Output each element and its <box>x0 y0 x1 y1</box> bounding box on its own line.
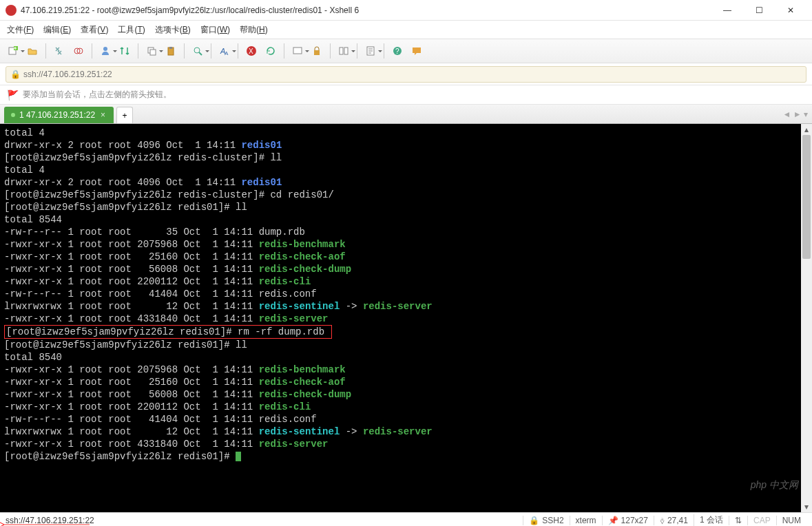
profile-button[interactable] <box>98 43 113 59</box>
paste-button[interactable] <box>163 43 178 59</box>
terminal-line: total 8544 <box>4 213 808 226</box>
toolbar: AA X ? <box>0 39 812 63</box>
terminal-line: total 4 <box>4 164 808 176</box>
terminal-line: -rw-r--r-- 1 root root 41404 Oct 1 14:11… <box>4 413 808 425</box>
terminal-line: -rwxr-xr-x 1 root root 25160 Oct 1 14:11… <box>4 251 808 263</box>
menu-帮助[interactable]: 帮助(H) <box>240 24 268 36</box>
xshell-button[interactable]: X <box>244 43 259 59</box>
add-tab-button[interactable]: + <box>116 107 133 123</box>
terminal-line: -rwxr-xr-x 1 root root 2075968 Oct 1 14:… <box>4 364 808 376</box>
app-icon <box>6 5 17 16</box>
disconnect-button[interactable] <box>71 43 86 59</box>
reconnect-button[interactable] <box>52 43 67 59</box>
script-button[interactable] <box>363 43 378 59</box>
scrollbar-thumb[interactable] <box>802 135 811 259</box>
menu-工具[interactable]: 工具(T) <box>118 24 145 36</box>
tab-nav-arrows[interactable]: ◄ ► ▾ <box>779 105 812 123</box>
address-field[interactable]: 🔒 ssh://47.106.219.251:22 <box>6 66 806 83</box>
tab-label: 1 47.106.219.251:22 <box>19 110 95 120</box>
terminal-line: -rwxr-xr-x 1 root root 2075968 Oct 1 14:… <box>4 238 808 251</box>
menu-编辑[interactable]: 编辑(E) <box>43 24 71 36</box>
terminal-line: lrwxrwxrwx 1 root root 12 Oct 1 14:11 re… <box>4 300 808 313</box>
transfer-button[interactable] <box>117 43 132 59</box>
address-text: ssh://47.106.219.251:22 <box>23 70 112 79</box>
lock-icon: 🔒 <box>10 70 21 79</box>
terminal-line: total 4 <box>4 127 808 139</box>
terminal-line: [root@izwz9ef5sjam9pvfyiz26lz redis01]# <box>4 450 808 463</box>
svg-rect-15 <box>314 50 320 55</box>
close-button[interactable]: ✕ <box>775 0 806 21</box>
screen-button[interactable] <box>290 43 305 59</box>
minimize-button[interactable]: — <box>711 0 743 21</box>
status-dot-icon <box>11 113 15 117</box>
svg-text:A: A <box>225 50 229 56</box>
terminal-line: [root@izwz9ef5sjam9pvfyiz26lz redis01]# … <box>4 325 808 339</box>
terminal-line: -rw-r--r-- 1 root root 35 Oct 1 14:11 du… <box>4 226 808 238</box>
window-title: 47.106.219.251:22 - root@izwz9ef5sjam9pv… <box>21 6 711 15</box>
terminal-line: total 8540 <box>4 351 808 364</box>
terminal-line: [root@izwz9ef5sjam9pvfyiz26lz redis01]# … <box>4 339 808 351</box>
scroll-up-icon[interactable]: ▴ <box>801 124 812 135</box>
svg-text:X: X <box>249 48 253 55</box>
font-button[interactable]: AA <box>217 43 232 59</box>
layout-button[interactable] <box>336 43 351 59</box>
help-button[interactable]: ? <box>390 43 405 59</box>
svg-rect-8 <box>169 47 172 49</box>
hint-text: 要添加当前会话，点击左侧的箭头按钮。 <box>23 89 171 101</box>
chat-button[interactable] <box>409 43 424 59</box>
lock-button[interactable] <box>309 43 324 59</box>
terminal-line: -rwxr-xr-x 1 root root 4331840 Oct 1 14:… <box>4 438 808 450</box>
maximize-button[interactable]: ☐ <box>743 0 775 21</box>
copy-button[interactable] <box>144 43 159 59</box>
hint-bar: 🚩 要添加当前会话，点击左侧的箭头按钮。 <box>0 85 812 105</box>
svg-point-9 <box>194 48 200 53</box>
terminal-pane[interactable]: total 4drwxr-xr-x 2 root root 4096 Oct 1… <box>0 124 812 512</box>
svg-point-4 <box>103 47 107 51</box>
terminal-scrollbar[interactable]: ▴ ▾ <box>801 124 812 512</box>
terminal-line: [root@izwz9ef5sjam9pvfyiz26lz redis01]# … <box>4 201 808 213</box>
open-button[interactable] <box>25 43 40 59</box>
menu-bar: 文件(F)编辑(E)查看(V)工具(T)选项卡(B)窗口(W)帮助(H) <box>0 21 812 39</box>
terminal-line: drwxr-xr-x 2 root root 4096 Oct 1 14:11 … <box>4 176 808 189</box>
terminal-line: -rwxr-xr-x 1 root root 56008 Oct 1 14:11… <box>4 263 808 275</box>
svg-rect-14 <box>293 48 302 54</box>
tab-strip: 1 47.106.219.251:22 × + ◄ ► ▾ <box>0 105 812 124</box>
title-bar: 47.106.219.251:22 - root@izwz9ef5sjam9pv… <box>0 0 812 21</box>
terminal-line: -rwxr-xr-x 1 root root 56008 Oct 1 14:11… <box>4 388 808 401</box>
flag-icon: 🚩 <box>7 90 19 101</box>
menu-查看[interactable]: 查看(V) <box>81 24 108 36</box>
menu-文件[interactable]: 文件(F) <box>7 24 34 36</box>
terminal-line: -rwxr-xr-x 1 root root 25160 Oct 1 14:11… <box>4 376 808 388</box>
address-bar: 🔒 ssh://47.106.219.251:22 <box>0 63 812 85</box>
terminal-line: -rwxr-xr-x 1 root root 4331840 Oct 1 14:… <box>4 313 808 325</box>
terminal-line: -rwxr-xr-x 1 root root 2200112 Oct 1 14:… <box>4 275 808 288</box>
scroll-down-icon[interactable]: ▾ <box>801 501 812 512</box>
svg-rect-17 <box>344 48 348 54</box>
svg-rect-16 <box>340 48 343 54</box>
find-button[interactable] <box>190 43 205 59</box>
terminal-line: lrwxrwxrwx 1 root root 12 Oct 1 14:11 re… <box>4 425 808 438</box>
terminal-line: -rwxr-xr-x 1 root root 2200112 Oct 1 14:… <box>4 401 808 413</box>
terminal-line: -rw-r--r-- 1 root root 41404 Oct 1 14:11… <box>4 288 808 300</box>
terminal-line: [root@izwz9ef5sjam9pvfyiz26lz redis-clus… <box>4 189 808 201</box>
svg-rect-6 <box>150 50 156 55</box>
refresh-button[interactable] <box>263 43 278 59</box>
terminal-line: [root@izwz9ef5sjam9pvfyiz26lz redis-clus… <box>4 151 808 164</box>
tab-close-icon[interactable]: × <box>99 110 107 120</box>
new-session-button[interactable] <box>6 43 21 59</box>
svg-text:?: ? <box>395 48 399 55</box>
menu-窗口[interactable]: 窗口(W) <box>200 24 230 36</box>
session-tab[interactable]: 1 47.106.219.251:22 × <box>4 107 114 123</box>
terminal-line: drwxr-xr-x 2 root root 4096 Oct 1 14:11 … <box>4 139 808 151</box>
menu-选项卡[interactable]: 选项卡(B) <box>155 24 191 36</box>
